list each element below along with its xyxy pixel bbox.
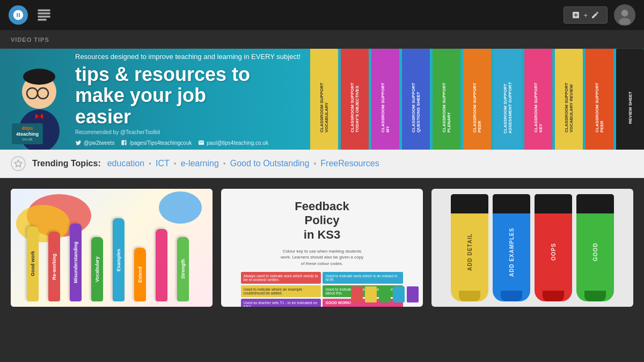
- cap-blue: [493, 194, 530, 213]
- svg-point-14: [38, 115, 41, 118]
- banner-content: Resources designed to improve teaching a…: [75, 49, 301, 150]
- topic-good-to-outstanding[interactable]: Good to Outstanding: [230, 159, 310, 168]
- trending-label: Trending Topics:: [32, 159, 101, 168]
- label-oops: OOPS: [535, 213, 572, 291]
- new-post-label: +: [583, 11, 588, 19]
- new-post-button[interactable]: +: [564, 6, 608, 24]
- section-label: VIDEO TIPS: [11, 36, 49, 43]
- logo-text-3: co.uk: [16, 137, 39, 142]
- color-cell-5: Used as teacher sets T1 - to be indicate…: [241, 299, 321, 307]
- highlighter-green: GOOD: [576, 194, 614, 301]
- book-plenary: CLASSROOM SUPPORTPLENARY: [433, 49, 460, 150]
- banner-tagline: Resources designed to improve teaching a…: [75, 53, 301, 61]
- feedback-title: FeedbackPolicyin KS3: [295, 200, 349, 242]
- facebook-contact: /pages/Tips4teachingcouk: [121, 139, 192, 146]
- svg-rect-1: [38, 12, 50, 14]
- swatch-purple: [407, 286, 419, 302]
- book-peer: CLASSROOM SUPPORTPEER: [463, 49, 491, 150]
- topic-education[interactable]: education: [107, 159, 144, 168]
- topic-free-resources[interactable]: FreeResources: [320, 159, 379, 168]
- swatch-red: [351, 286, 363, 302]
- banner: 4tips 4teaching co.uk Resources designed…: [0, 49, 644, 150]
- twitter-handle: @pw2tweets: [84, 140, 114, 146]
- marker-green: Vocabulary: [91, 237, 103, 301]
- top-navigation: +: [0, 0, 644, 30]
- email-contact: paul@tips4teaching.co.uk: [198, 139, 268, 146]
- trending-bar: Trending Topics: education • ICT • e-lea…: [0, 150, 644, 178]
- book-questions: CLASSROOM SUPPORTQUESTIONS SHEET: [402, 49, 430, 150]
- tip-yellow: [459, 291, 480, 301]
- svg-rect-0: [38, 10, 50, 12]
- sub-navigation: VIDEO TIPS: [0, 30, 644, 49]
- svg-point-5: [621, 10, 628, 17]
- tip-green: [584, 291, 606, 301]
- marker-purple: Misunderstanding: [70, 224, 82, 301]
- color-cell-1: Always used to indicate work which needs…: [241, 272, 321, 284]
- color-cell-2: Used to indicate work which is an extrac…: [323, 272, 403, 284]
- content-grid: Good work Re-working Misunderstanding Vo…: [0, 178, 644, 317]
- book-vocabulary: CLASSROOM SUPPORTVOCABULARY: [310, 49, 338, 150]
- twitter-contact: @pw2tweets: [75, 139, 114, 146]
- highlighter-red: OOPS: [535, 194, 572, 301]
- dot-2: •: [174, 159, 177, 168]
- book-review: REVIEW SHEET: [616, 49, 644, 150]
- marker-pink: [156, 229, 167, 301]
- wordpress-logo[interactable]: [9, 5, 28, 25]
- swatch-yellow: [365, 286, 377, 302]
- banner-contacts: @pw2tweets /pages/Tips4teachingcouk paul…: [75, 139, 301, 146]
- cap-red: [535, 194, 572, 213]
- card-markers[interactable]: Good work Re-working Misunderstanding Vo…: [11, 189, 213, 307]
- dot-1: •: [149, 159, 151, 168]
- marker-orange: Extend: [134, 248, 146, 301]
- splash-yellow: [16, 205, 70, 242]
- swatch-blue: [393, 286, 405, 302]
- dot-4: •: [313, 159, 316, 168]
- book-vocabulary2: CLASSROOM SUPPORTVOCABULARY REVIEW: [555, 49, 583, 150]
- topic-elearning[interactable]: e-learning: [181, 159, 219, 168]
- feedback-body: Colour key to use when marking studentsw…: [281, 248, 363, 267]
- user-avatar[interactable]: [614, 4, 635, 26]
- marker-teal: Examples: [113, 218, 125, 301]
- book-key: CLASSROOM SUPPORTKEY: [524, 49, 552, 150]
- banner-recommended: Recommended by @TeacherToolkit: [75, 129, 301, 135]
- marker-red: Re-working: [48, 232, 60, 301]
- card-feedback[interactable]: FeedbackPolicyin KS3 Colour key to use w…: [221, 189, 423, 307]
- nav-left: [9, 5, 54, 25]
- splash-blue: [159, 191, 202, 224]
- trending-topics-list: education • ICT • e-learning • Good to O…: [107, 159, 379, 168]
- book-peer2: CLASSROOM SUPPORTPEER: [586, 49, 613, 150]
- label-good: GOOD: [576, 213, 614, 291]
- swatch-green: [379, 286, 391, 302]
- highlighter-blue: ADD EXAMPLES: [493, 194, 530, 301]
- highlighter-yellow: ADD DETAIL: [451, 194, 488, 301]
- tip-blue: [501, 291, 522, 301]
- email-address: paul@tips4teaching.co.uk: [207, 140, 268, 146]
- cap-yellow: [451, 194, 488, 213]
- svg-marker-16: [14, 160, 21, 167]
- cap-green: [576, 194, 614, 213]
- marker-lightgreen: Strength: [177, 237, 189, 301]
- book-todays: CLASSROOM SUPPORTTODAY'S OBJECTIVES: [341, 49, 369, 150]
- logo-text-1: 4tips: [16, 125, 39, 131]
- book-assessment: CLASSROOM SUPPORTASSESSMENT SUPPORT: [494, 49, 522, 150]
- banner-card-stack: CLASSROOM SUPPORTVOCABULARY CLASSROOM SU…: [310, 49, 644, 150]
- logo-text-2: 4teaching: [16, 131, 39, 137]
- facebook-handle: /pages/Tips4teachingcouk: [129, 140, 192, 146]
- label-add-examples: ADD EXAMPLES: [493, 213, 530, 291]
- banner-logo-badge: 4tips 4teaching co.uk: [12, 123, 43, 144]
- book-my: CLASSROOM SUPPORTMY: [371, 49, 399, 150]
- color-swatches: [351, 286, 419, 302]
- topic-ict[interactable]: ICT: [156, 159, 170, 168]
- svg-point-15: [23, 69, 55, 85]
- reader-icon[interactable]: [36, 8, 54, 23]
- card-highlighters[interactable]: ADD DETAIL ADD EXAMPLES OOPS GOOD: [431, 189, 633, 307]
- color-cell-3: Used to indicate where an example could/…: [241, 285, 321, 297]
- marker-yellow: Good work: [27, 226, 39, 301]
- dot-3: •: [223, 159, 226, 168]
- svg-rect-3: [38, 19, 46, 21]
- nav-right: +: [564, 4, 635, 26]
- label-add-detail: ADD DETAIL: [451, 213, 488, 291]
- banner-title: tips & resources tomake your jobeasier: [75, 64, 301, 128]
- trending-star-icon[interactable]: [11, 156, 26, 171]
- svg-rect-2: [38, 16, 50, 17]
